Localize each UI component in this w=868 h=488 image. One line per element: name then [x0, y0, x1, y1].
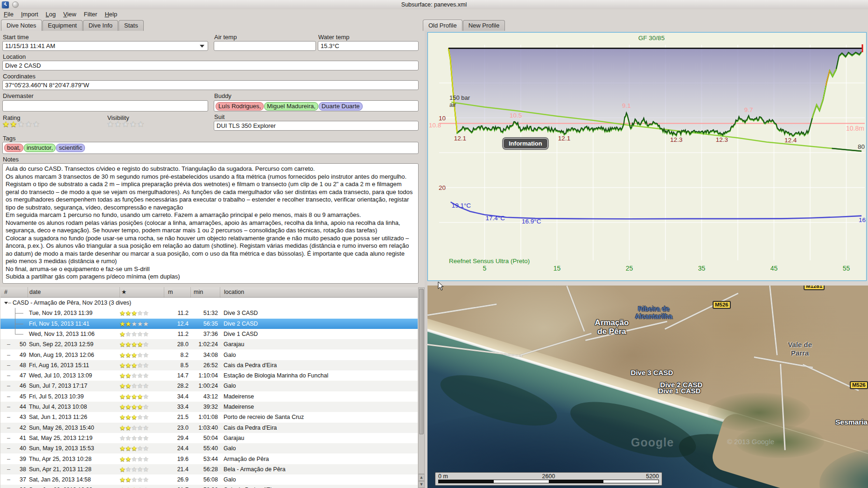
column-header-location[interactable]: location — [220, 287, 418, 297]
dive-location: Madeirense — [220, 391, 418, 402]
dive-row[interactable]: –47Wed, Jul 10, 2013 13:09★★★★★14.71:10:… — [0, 370, 418, 381]
start-time-input[interactable] — [2, 41, 208, 51]
coordinates-input[interactable] — [2, 80, 419, 90]
dive-row-trip-child[interactable]: Wed, Nov 13, 2013 11:06★★★★★11.237:36Div… — [0, 329, 418, 339]
dive-row[interactable]: –50Sun, Sep 22, 2013 12:59★★★★★28.01:02:… — [0, 339, 418, 349]
dive-duration: 50:04 — [190, 433, 220, 443]
dive-number: 38 — [20, 464, 26, 474]
svg-text:9.7: 9.7 — [744, 106, 753, 113]
dive-list-header[interactable]: #date★mminlocation — [0, 287, 418, 298]
dive-number: 49 — [20, 350, 26, 360]
dive-row[interactable]: –45Fri, Jul 5, 2013 10:39★★★★★34.443:12M… — [0, 391, 418, 402]
dive-duration: 1:01:08 — [190, 412, 220, 422]
svg-text:55: 55 — [843, 265, 850, 272]
star-icon: ★ — [131, 455, 137, 463]
star-icon: ★ — [137, 351, 143, 359]
dive-list-scrollbar[interactable] — [418, 287, 425, 474]
column-header-stars[interactable]: ★ — [119, 287, 164, 297]
dive-rating: ★★★★★ — [119, 381, 164, 391]
dive-row[interactable]: –49Mon, Aug 19, 2013 12:06★★★★★8.234:08G… — [0, 350, 418, 360]
buddy-input[interactable]: Luís Rodrigues,Miguel Madureira,Duarte D… — [214, 100, 419, 112]
star-icon: ★ — [119, 445, 126, 452]
air-temp-input[interactable] — [214, 41, 316, 51]
column-header-min[interactable]: min — [190, 287, 220, 297]
star-icon: ★ — [137, 434, 143, 442]
tab-dive-notes[interactable]: Dive Notes — [1, 20, 42, 31]
dive-number-cell: –42 — [0, 423, 28, 433]
trip-row[interactable]: –CASD - Armação de Pêra, Nov 2013 (3 div… — [0, 298, 418, 308]
water-temp-input[interactable] — [318, 41, 419, 51]
star-icon: ★ — [119, 382, 126, 390]
notes-input[interactable]: Aula do curso CASD. Transectos c/video e… — [2, 163, 419, 284]
star-icon: ★ — [131, 382, 137, 390]
suit-input[interactable] — [214, 121, 419, 131]
map-marker-dive3-casd[interactable]: Dive 3 CASD — [626, 369, 678, 376]
svg-text:10: 10 — [439, 115, 446, 122]
start-time-dropdown-icon[interactable] — [200, 45, 204, 48]
menu-filter[interactable]: Filter — [80, 9, 101, 19]
tab-new-profile[interactable]: New Profile — [463, 20, 505, 31]
dive-row-trip-child[interactable]: Tue, Nov 19, 2013 11:39★★★★★11.251:32Div… — [0, 308, 418, 318]
water-temp-label: Water temp — [318, 34, 350, 41]
map-marker-dive1-casd[interactable]: Dive 1 CASD — [654, 387, 705, 395]
dive-row[interactable]: –41Sat, May 25, 2013 12:19★★★★★29.450:04… — [0, 433, 418, 443]
scroll-up-button[interactable]: ▲ — [418, 474, 425, 481]
dive-row[interactable]: –38Sun, Apr 21, 2013 11:28★★★★★21.456:28… — [0, 464, 418, 474]
dive-row-trip-child[interactable]: Fri, Nov 15, 2013 11:41★★★★★12.456:35Div… — [0, 319, 418, 329]
menu-file[interactable]: File — [0, 9, 17, 19]
dive-list-scrollbar-thumb[interactable] — [419, 289, 424, 434]
dive-date: Sun, May 19, 2013 15:53 — [28, 443, 119, 453]
star-icon: ★ — [119, 341, 126, 348]
dive-row[interactable]: –36Sun, Jan 20, 2013 12:33★★★★★21.758:36… — [0, 485, 418, 488]
dive-row[interactable]: –42Sun, May 26, 2013 15:40★★★★★23.01:03:… — [0, 423, 418, 433]
menu-help[interactable]: Help — [101, 9, 121, 19]
tree-dash: – — [7, 433, 10, 443]
svg-text:10.8: 10.8 — [429, 122, 441, 129]
scroll-down-button[interactable]: ▼ — [418, 481, 425, 488]
dive-row[interactable]: –40Sun, May 19, 2013 15:53★★★★★24.455:40… — [0, 443, 418, 453]
dive-row[interactable]: –48Fri, Aug 16, 2013 15:11★★★★★8.526:52C… — [0, 360, 418, 370]
column-header-num[interactable]: # — [0, 287, 28, 297]
tab-old-profile[interactable]: Old Profile — [423, 20, 462, 31]
dive-row[interactable]: –37Sat, Jan 26, 2013 14:58★★★★★26.956:08… — [0, 474, 418, 485]
menu-import[interactable]: Import — [17, 9, 42, 19]
divemaster-input[interactable] — [2, 100, 208, 112]
location-input[interactable] — [2, 61, 419, 70]
dive-site-map[interactable]: Armação de Pêra Ribeira de Alcantarilha … — [427, 286, 868, 488]
dive-duration: 55:40 — [190, 443, 220, 453]
menu-view[interactable]: View — [60, 9, 80, 19]
dive-number-cell — [0, 319, 28, 329]
collapse-caret-icon[interactable] — [4, 302, 8, 304]
dive-row[interactable]: –43Sat, Jun 1, 2013 11:26★★★★★21.51:01:0… — [0, 412, 418, 422]
column-header-m[interactable]: m — [164, 287, 190, 297]
star-icon: ★ — [119, 393, 126, 400]
chip-luís-rodrigues[interactable]: Luís Rodrigues, — [216, 102, 264, 111]
tab-equipment[interactable]: Equipment — [42, 20, 83, 31]
star-icon: ★ — [126, 455, 132, 463]
tags-input[interactable]: boat,instructor,scientific — [2, 142, 419, 154]
chip-scientific[interactable]: scientific — [56, 144, 85, 152]
tab-stats[interactable]: Stats — [119, 20, 144, 31]
dive-location: Galo — [220, 350, 418, 360]
star-icon: ★ — [143, 434, 149, 442]
dive-row[interactable]: –44Thu, Jul 4, 2013 10:08★★★★★33.439:32M… — [0, 402, 418, 412]
dive-profile-chart[interactable]: GF 30/85150 barair8010.810.8m10205152535… — [427, 32, 867, 281]
chip-miguel-madureira[interactable]: Miguel Madureira, — [264, 102, 318, 111]
rating-stars[interactable]: ★★★★★ — [2, 120, 40, 129]
titlebar[interactable]: Subsurface: paneves.xml — [0, 0, 868, 9]
menu-log[interactable]: Log — [42, 9, 60, 19]
svg-text:9.1: 9.1 — [622, 102, 631, 109]
visibility-stars[interactable]: ★★★★★ — [107, 120, 145, 129]
chip-instructor[interactable]: instructor, — [24, 144, 56, 152]
information-button[interactable]: Information — [503, 138, 548, 149]
tab-dive-info[interactable]: Dive Info — [83, 20, 118, 31]
star-icon: ★ — [137, 362, 143, 369]
dive-row[interactable]: –46Sun, Jul 7, 2013 17:17★★★★★28.21:00:2… — [0, 381, 418, 391]
column-header-date[interactable]: date — [28, 287, 119, 297]
star-icon: ★ — [119, 413, 126, 421]
chip-boat[interactable]: boat, — [4, 144, 23, 152]
dive-rating: ★★★★★ — [119, 339, 164, 349]
chip-duarte-duarte[interactable]: Duarte Duarte — [319, 102, 363, 111]
dive-row[interactable]: –39Thu, Apr 25, 2013 10:28★★★★★19.653:44… — [0, 454, 418, 464]
star-icon: ★ — [126, 476, 132, 483]
